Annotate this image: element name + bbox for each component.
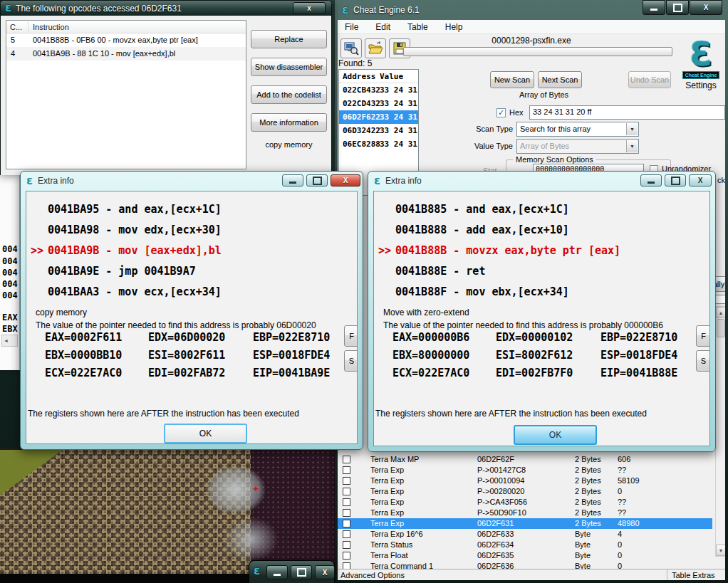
titlebar[interactable]: Ɛ The following opcodes accessed 06D2F63… — [1, 1, 331, 16]
titlebar[interactable]: Ɛ Extra info — [368, 172, 715, 190]
scroll-thumb[interactable] — [717, 319, 725, 337]
next-scan-button[interactable]: Next Scan — [538, 71, 582, 88]
select-process-button[interactable] — [340, 38, 362, 58]
float-button[interactable]: F — [344, 325, 358, 347]
advanced-options-link[interactable]: Advanced Options — [340, 571, 405, 579]
table-row[interactable]: Terra Float 06D2F635 Byte 0 — [338, 550, 712, 561]
float-button[interactable]: F — [696, 325, 710, 347]
scan-type-dropdown[interactable]: Search for this array ▼ — [516, 122, 639, 137]
freeze-checkbox[interactable] — [343, 456, 350, 463]
minimize-button[interactable] — [282, 174, 303, 187]
menu-file[interactable]: File — [345, 22, 358, 33]
freeze-checkbox[interactable] — [343, 552, 350, 560]
maximize-button[interactable] — [665, 174, 686, 187]
list-header[interactable]: C... Instruction — [6, 21, 246, 33]
cheat-engine-logo-icon[interactable]: Ɛ — [680, 37, 722, 71]
found-count-label: Found: 5 — [338, 58, 372, 68]
menu-help[interactable]: Help — [445, 22, 463, 33]
table-row-selected[interactable]: Terra Exp 06D2F631 2 Bytes 48980 — [338, 518, 712, 529]
attached-process-name: 00001298-psxfin.exe — [423, 36, 640, 46]
settings-panel: Ɛ Cheat Engine Settings — [680, 37, 722, 90]
found-row[interactable]: 06EC8288 33 24 31 ... — [339, 137, 418, 151]
new-scan-button[interactable]: New Scan — [490, 71, 534, 88]
disassembly-line-current: 0041B88B - movzx eax,byte ptr [eax] — [395, 244, 620, 257]
minimize-button[interactable] — [640, 174, 662, 187]
freeze-checkbox[interactable] — [343, 530, 350, 538]
table-row[interactable]: Terra Exp P->00010094 2 Bytes 58109 — [338, 476, 712, 486]
cheat-table[interactable]: Terra Max MP 06D2F62F 2 Bytes 606 Terra … — [338, 451, 712, 569]
clipped-register: EAX — [2, 312, 18, 322]
undo-scan-button[interactable]: Undo Scan — [628, 71, 671, 88]
ok-button[interactable]: OK — [164, 424, 247, 443]
hex-value-input[interactable]: 33 24 31 31 20 ff — [529, 105, 725, 120]
freeze-checkbox[interactable] — [343, 466, 350, 474]
ok-button[interactable]: OK — [514, 425, 597, 445]
scroll-down-icon[interactable]: ▼ — [716, 545, 725, 556]
current-instruction-marker: >> — [378, 244, 391, 257]
value-type-dropdown[interactable]: Array of Bytes ▼ — [516, 139, 639, 154]
found-row-selected[interactable]: 06D2F622 33 24 31 ... — [339, 110, 418, 124]
settings-link[interactable]: Settings — [680, 80, 722, 90]
freeze-checkbox[interactable] — [343, 520, 350, 527]
table-row[interactable]: Terra Exp 16^6 06D2F633 Byte 4 — [338, 529, 712, 540]
close-button[interactable]: X — [315, 565, 335, 579]
found-row[interactable]: 06D32422 33 24 31 ... — [339, 124, 418, 137]
column-value[interactable]: Value — [380, 72, 403, 81]
minimized-window-titlebar[interactable]: Ɛ X — [249, 560, 335, 583]
column-count[interactable]: C... — [10, 23, 22, 31]
close-button[interactable]: X — [331, 174, 360, 187]
more-information-button[interactable]: More information — [251, 113, 327, 132]
horizontal-scrollbar[interactable]: ◄ — [1, 335, 18, 347]
scroll-left-icon[interactable]: ◄ — [4, 338, 9, 343]
minimize-button[interactable] — [266, 565, 288, 579]
table-row[interactable]: Terra Exp P->00280020 2 Bytes 0 — [338, 486, 712, 497]
table-extras-link[interactable]: Table Extras — [667, 569, 725, 580]
disassembly-line: 0041BA9E - jmp 0041B9A7 — [48, 265, 196, 278]
freeze-checkbox[interactable] — [343, 509, 350, 517]
stack-button[interactable]: S — [696, 350, 710, 372]
register-value: ECX=022E7AC0 — [392, 367, 469, 379]
maximize-button[interactable] — [666, 0, 689, 15]
hex-checkbox[interactable]: ✓ — [496, 108, 506, 117]
window-title: The following opcodes accessed 06D2F631 — [16, 4, 182, 14]
freeze-checkbox[interactable] — [343, 541, 350, 549]
dropdown-arrow-icon[interactable]: ▼ — [626, 140, 638, 152]
table-row[interactable]: Terra Exp P->CA43F056 2 Bytes ?? — [338, 497, 712, 508]
column-address[interactable]: Address — [343, 72, 375, 81]
replace-button[interactable]: Replace — [251, 30, 327, 48]
show-disassembler-button[interactable]: Show disassembler — [251, 58, 327, 76]
opcode-row[interactable]: 4 0041BA9B - 88 1C 10 - mov [eax+edx],bl — [6, 47, 246, 61]
minimize-button[interactable] — [643, 0, 665, 15]
freeze-checkbox[interactable] — [343, 477, 350, 485]
freeze-checkbox[interactable] — [343, 488, 350, 495]
opcode-row[interactable]: 5 0041B88B - 0FB6 00 - movzx eax,byte pt… — [6, 33, 246, 47]
table-row[interactable]: Terra Exp P->001427C8 2 Bytes ?? — [338, 465, 712, 476]
open-file-button[interactable] — [365, 38, 386, 58]
pointer-hint: The value of the pointer needed to find … — [383, 320, 663, 330]
register-value: EAX=0002F611 — [45, 331, 122, 344]
column-instruction[interactable]: Instruction — [33, 23, 69, 31]
close-button[interactable]: X — [690, 0, 722, 15]
stack-button[interactable]: S — [344, 350, 358, 372]
table-row[interactable]: Terra Status 06D2F634 Byte 0 — [338, 540, 712, 550]
close-button[interactable]: X — [689, 174, 712, 187]
maximize-button[interactable] — [291, 565, 312, 579]
table-row[interactable]: Terra Max MP 06D2F62F 2 Bytes 606 — [338, 454, 712, 465]
found-row[interactable]: 022CB432 33 24 31 ... — [339, 83, 418, 97]
found-row[interactable]: 022CD432 33 24 31 ... — [339, 97, 418, 110]
maximize-button[interactable] — [306, 174, 328, 187]
close-button[interactable]: x — [293, 2, 326, 14]
freeze-checkbox[interactable] — [343, 498, 350, 506]
app-icon: Ɛ — [254, 566, 260, 577]
opcode-list[interactable]: C... Instruction 5 0041B88B - 0FB6 00 - … — [6, 20, 246, 169]
scroll-up-icon[interactable]: ▲ — [716, 307, 725, 318]
menu-edit[interactable]: Edit — [375, 22, 390, 33]
dropdown-arrow-icon[interactable]: ▼ — [626, 123, 638, 135]
disassembly-line: 0041BA98 - mov edx,[ecx+30] — [48, 224, 222, 236]
table-vertical-scrollbar[interactable]: ▲ ▼ — [715, 306, 725, 557]
menu-table[interactable]: Table — [407, 22, 428, 33]
found-list-header[interactable]: Address Value — [339, 70, 418, 83]
add-to-codelist-button[interactable]: Add to the codelist — [251, 85, 327, 104]
table-row[interactable]: Terra Exp P->50D90F10 2 Bytes ?? — [338, 508, 712, 518]
app-icon: Ɛ — [5, 3, 11, 14]
